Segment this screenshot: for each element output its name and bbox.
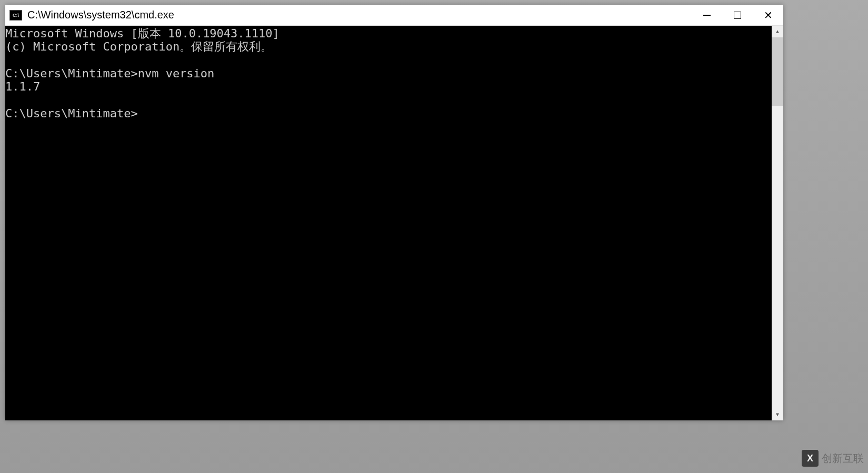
maximize-icon [734,12,741,19]
terminal-container: Microsoft Windows [版本 10.0.19043.1110] (… [5,26,783,420]
minimize-button[interactable] [692,5,722,25]
cmd-window: C:\ C:\Windows\system32\cmd.exe ✕ Micros… [5,5,783,420]
scroll-thumb[interactable] [772,37,783,106]
close-button[interactable]: ✕ [753,5,783,25]
title-bar[interactable]: C:\ C:\Windows\system32\cmd.exe ✕ [5,5,783,26]
terminal-output[interactable]: Microsoft Windows [版本 10.0.19043.1110] (… [5,26,772,420]
watermark-brand: 创新互联 [822,451,864,466]
window-controls: ✕ [692,5,783,25]
window-title: C:\Windows\system32\cmd.exe [27,9,692,21]
close-icon: ✕ [764,10,773,21]
minimize-icon [703,15,711,16]
scroll-down-arrow-icon[interactable]: ▼ [772,409,783,420]
scroll-track[interactable] [772,37,783,409]
maximize-button[interactable] [722,5,753,25]
app-icon: C:\ [9,10,22,21]
vertical-scrollbar[interactable]: ▲ ▼ [772,26,783,420]
watermark: X 创新互联 [802,450,864,467]
watermark-logo-icon: X [802,450,819,467]
scroll-up-arrow-icon[interactable]: ▲ [772,26,783,37]
